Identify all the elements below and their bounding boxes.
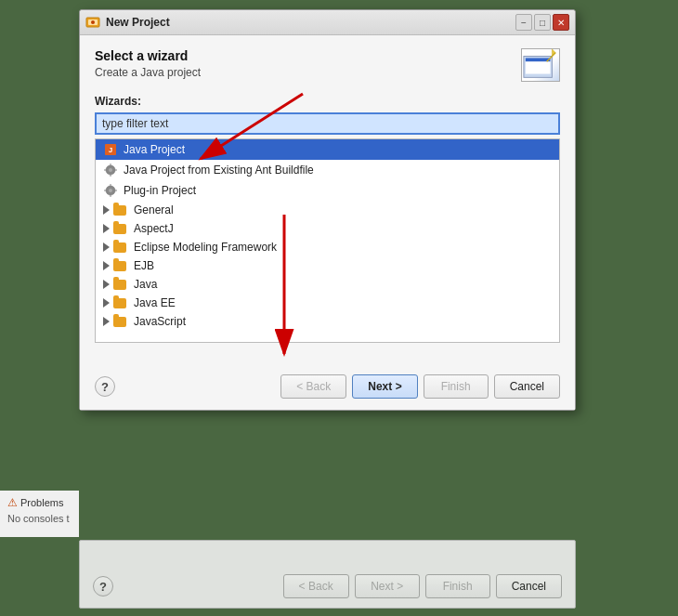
help-button[interactable]: ?: [95, 376, 115, 397]
list-item-label: Java Project from Existing Ant Buildfile: [124, 164, 314, 177]
problems-tab[interactable]: ⚠ Problems: [4, 494, 75, 511]
folder-icon: [113, 317, 126, 327]
list-item-label: General: [134, 203, 174, 216]
ghost-back-button[interactable]: < Back: [283, 574, 349, 598]
list-item[interactable]: Java: [96, 275, 559, 294]
list-item-label: EJB: [134, 259, 154, 272]
maximize-button[interactable]: □: [534, 14, 551, 31]
ghost-dialog: ? < Back Next > Finish Cancel: [79, 540, 576, 609]
folder-icon: [113, 224, 126, 234]
expand-icon: [103, 298, 110, 308]
java-project-icon: J: [103, 142, 118, 157]
list-item[interactable]: AspectJ: [96, 219, 559, 238]
list-item-label: JavaScript: [134, 315, 186, 328]
wizard-image: [522, 48, 559, 82]
list-item-label: Eclipse Modeling Framework: [134, 241, 277, 254]
ghost-footer-buttons: < Back Next > Finish Cancel: [283, 574, 562, 598]
list-item-label: Java EE: [134, 296, 176, 309]
problems-area: ⚠ Problems No consoles t: [0, 491, 79, 537]
wizards-label: Wizards:: [95, 95, 560, 108]
new-project-dialog: New Project − □ ✕ Select a wizard Create…: [79, 9, 576, 411]
svg-text:J: J: [109, 146, 112, 154]
folder-icon: [113, 298, 126, 308]
dialog-titlebar: New Project − □ ✕: [80, 10, 575, 35]
dialog-subtext: Create a Java project: [95, 66, 201, 79]
dialog-titlebar-buttons: − □ ✕: [515, 14, 569, 31]
list-item[interactable]: Eclipse Modeling Framework: [96, 238, 559, 256]
ghost-cancel-button[interactable]: Cancel: [496, 574, 562, 598]
console-text: No consoles t: [4, 511, 75, 526]
list-item-label: Java: [134, 278, 157, 291]
problems-label: Problems: [20, 497, 63, 508]
minimize-button[interactable]: −: [515, 14, 532, 31]
expand-icon: [103, 261, 110, 270]
dialog-title-icon: [85, 15, 100, 30]
expand-icon: [103, 280, 110, 289]
footer-buttons: < Back Next > Finish Cancel: [280, 374, 560, 399]
dialog-body: Select a wizard Create a Java project Wi…: [80, 35, 575, 367]
list-item[interactable]: Java EE: [96, 294, 559, 312]
cancel-button[interactable]: Cancel: [494, 374, 560, 399]
list-item[interactable]: EJB: [96, 256, 559, 275]
ghost-next-button[interactable]: Next >: [355, 574, 420, 598]
dialog-heading: Select a wizard: [95, 48, 201, 63]
wizard-list-container[interactable]: J Java Project: [95, 138, 560, 343]
list-item[interactable]: Plug-in Project: [96, 180, 559, 201]
close-button[interactable]: ✕: [553, 14, 569, 31]
filter-input[interactable]: [95, 112, 560, 135]
ghost-dialog-footer: ? < Back Next > Finish Cancel: [80, 569, 575, 608]
ghost-finish-button[interactable]: Finish: [425, 574, 490, 598]
list-item[interactable]: J Java Project: [96, 139, 559, 160]
svg-point-2: [91, 20, 95, 24]
expand-icon: [103, 317, 110, 326]
list-item[interactable]: Java Project from Existing Ant Buildfile: [96, 160, 559, 180]
next-button[interactable]: Next >: [352, 374, 417, 399]
dialog-title: New Project: [106, 16, 170, 29]
svg-point-17: [109, 189, 112, 192]
folder-icon: [113, 205, 126, 216]
expand-icon: [103, 205, 110, 215]
plugin-project-icon: [103, 183, 118, 198]
folder-icon: [113, 261, 126, 271]
dialog-footer: ? < Back Next > Finish Cancel: [80, 367, 575, 410]
dialog-titlebar-left: New Project: [85, 15, 170, 30]
list-item[interactable]: General: [96, 201, 559, 219]
back-button[interactable]: < Back: [280, 374, 346, 399]
folder-icon: [113, 280, 126, 290]
expand-icon: [103, 242, 110, 252]
finish-button[interactable]: Finish: [424, 374, 489, 399]
footer-left: ?: [95, 376, 115, 397]
dialog-header: Select a wizard Create a Java project: [95, 48, 560, 82]
dialog-header-text: Select a wizard Create a Java project: [95, 48, 201, 79]
ghost-dialog-body: [80, 541, 575, 569]
problems-icon: ⚠: [7, 496, 18, 509]
list-item-label: AspectJ: [134, 222, 174, 235]
ant-project-icon: [103, 163, 118, 177]
svg-point-11: [109, 168, 112, 172]
folder-icon: [113, 242, 126, 253]
list-item[interactable]: JavaScript: [96, 312, 559, 331]
wizard-header-icon: [521, 48, 560, 82]
expand-icon: [103, 224, 110, 233]
wizard-list: J Java Project: [96, 139, 559, 331]
list-item-label: Java Project: [124, 143, 185, 156]
list-item-label: Plug-in Project: [124, 184, 196, 197]
ghost-help-button[interactable]: ?: [93, 576, 113, 596]
